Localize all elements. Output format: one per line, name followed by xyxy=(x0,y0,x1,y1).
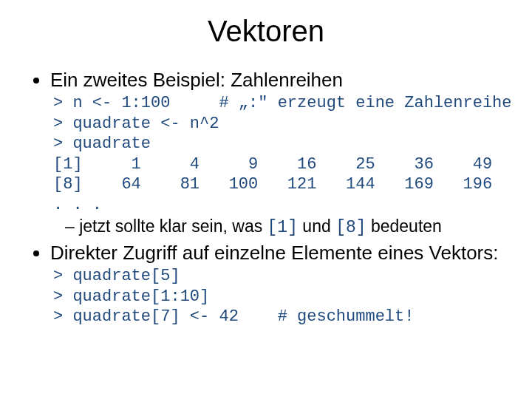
inline-code-2: [8] xyxy=(335,218,366,237)
bullet-item-1: Ein zweites Beispiel: Zahlenreihen > n <… xyxy=(50,69,502,237)
code-block-2: > quadrate[5] > quadrate[1:10] > quadrat… xyxy=(53,266,502,327)
sub-list-1: jetzt sollte klar sein, was [1] und [8] … xyxy=(50,216,502,237)
sub-text-a: jetzt sollte klar sein, was xyxy=(79,216,267,236)
slide: Vektoren Ein zweites Beispiel: Zahlenrei… xyxy=(0,0,532,399)
sub-item-1: jetzt sollte klar sein, was [1] und [8] … xyxy=(65,216,502,237)
sub-text-c: bedeuten xyxy=(366,216,442,236)
bullet-text-2: Direkter Zugriff auf einzelne Elemente e… xyxy=(50,242,499,264)
bullet-list: Ein zweites Beispiel: Zahlenreihen > n <… xyxy=(30,69,502,327)
bullet-text-1: Ein zweites Beispiel: Zahlenreihen xyxy=(50,69,343,91)
slide-title: Vektoren xyxy=(30,15,502,48)
inline-code-1: [1] xyxy=(267,218,298,237)
bullet-item-2: Direkter Zugriff auf einzelne Elemente e… xyxy=(50,242,502,327)
sub-text-b: und xyxy=(298,216,335,236)
code-block-1: > n <- 1:100 # „:" erzeugt eine Zahlenre… xyxy=(53,93,502,215)
